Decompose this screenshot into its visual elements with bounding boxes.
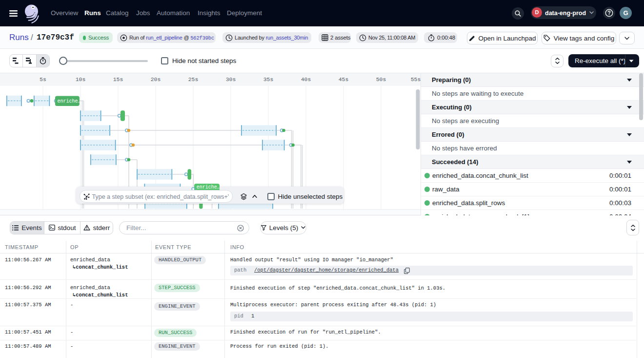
svg-text:25s: 25s	[188, 76, 199, 83]
svg-text:50s: 50s	[376, 76, 386, 83]
svg-text:5s: 5s	[40, 76, 46, 83]
svg-text:20s: 20s	[151, 76, 161, 83]
svg-text:30s: 30s	[226, 76, 236, 83]
svg-text:15s: 15s	[113, 76, 123, 83]
svg-text:35s: 35s	[263, 76, 274, 83]
svg-text:10s: 10s	[76, 76, 86, 83]
svg-text:45s: 45s	[339, 76, 349, 83]
svg-text:55s: 55s	[411, 76, 421, 83]
svg-text:enriche…: enriche…	[58, 99, 81, 104]
svg-text:40s: 40s	[301, 76, 311, 83]
